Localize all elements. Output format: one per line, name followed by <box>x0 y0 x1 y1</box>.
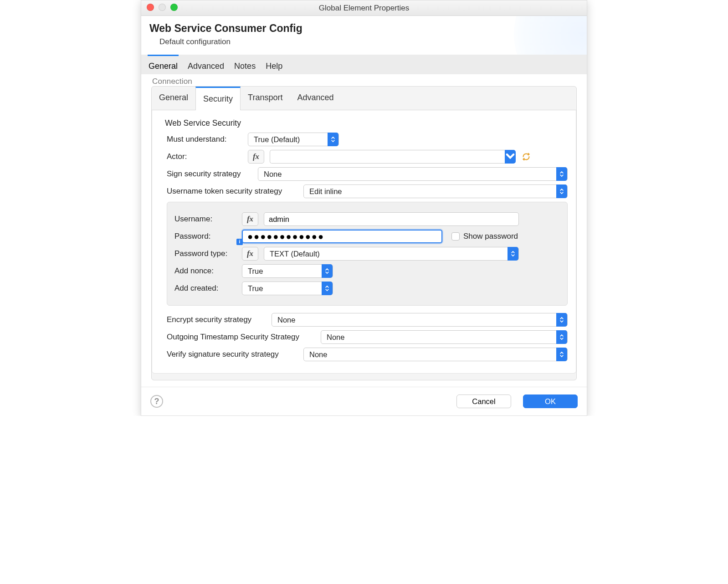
encrypt-strategy-select[interactable]: None <box>272 313 568 327</box>
subtab-general[interactable]: General <box>152 87 195 110</box>
verify-sig-row: Verify signature security strategy None <box>167 348 568 361</box>
verify-sig-select[interactable]: None <box>303 348 568 361</box>
section-title: Web Service Security <box>165 118 568 128</box>
cancel-button[interactable]: Cancel <box>456 394 511 408</box>
subtab-advanced[interactable]: Advanced <box>290 87 341 110</box>
add-nonce-row: Add nonce: True <box>174 264 560 278</box>
out-timestamp-row: Outgoing Timestamp Security Strategy Non… <box>167 330 568 344</box>
tab-notes[interactable]: Notes <box>233 55 256 76</box>
connection-group-label: Connection <box>148 74 580 84</box>
ut-strategy-value: Edit inline <box>309 187 342 196</box>
subtab-security[interactable]: Security <box>195 87 241 110</box>
add-created-label: Add created: <box>174 284 242 293</box>
page-subtitle: Default configuration <box>159 37 579 46</box>
minimize-window-button[interactable] <box>159 4 166 11</box>
must-understand-value: True (Default) <box>254 135 300 144</box>
chevron-updown-icon <box>508 247 518 261</box>
dialog-header: Web Service Consumer Config Default conf… <box>141 16 587 55</box>
sign-strategy-select[interactable]: None <box>258 167 568 181</box>
actor-label: Actor: <box>167 152 248 161</box>
chevron-updown-icon <box>322 264 333 278</box>
fx-button[interactable]: fx <box>242 212 258 226</box>
body: Connection General Security Transport Ad… <box>141 74 587 387</box>
encrypt-strategy-label: Encrypt security strategy <box>167 315 272 324</box>
chevron-updown-icon <box>556 167 567 181</box>
sign-strategy-row: Sign security strategy None <box>167 167 568 181</box>
ok-button[interactable]: OK <box>523 394 578 408</box>
encrypt-strategy-value: None <box>277 316 295 324</box>
ut-strategy-select[interactable]: Edit inline <box>303 184 568 198</box>
connection-panel: General Security Transport Advanced Web … <box>151 86 577 380</box>
verify-sig-label: Verify signature security strategy <box>167 350 303 359</box>
help-button[interactable]: ? <box>150 395 163 408</box>
username-row: Username: fx <box>174 212 560 226</box>
out-timestamp-label: Outgoing Timestamp Security Strategy <box>167 333 321 342</box>
close-window-button[interactable] <box>147 4 154 11</box>
password-type-select[interactable]: TEXT (Default) <box>264 247 519 261</box>
question-icon: ? <box>150 395 163 408</box>
actor-row: Actor: fx <box>167 150 568 164</box>
password-type-value: TEXT (Default) <box>270 250 320 258</box>
username-token-inset: Username: fx Password: i Show password <box>167 202 568 306</box>
inner-tabs: General Security Transport Advanced <box>152 87 576 110</box>
add-created-value: True <box>248 284 263 293</box>
page-title: Web Service Consumer Config <box>149 22 579 35</box>
out-timestamp-select[interactable]: None <box>321 330 568 344</box>
refresh-icon[interactable] <box>521 152 531 162</box>
subtab-transport[interactable]: Transport <box>241 87 290 110</box>
add-nonce-label: Add nonce: <box>174 266 242 276</box>
must-understand-row: Must understand: True (Default) <box>167 133 568 146</box>
encrypt-strategy-row: Encrypt security strategy None <box>167 313 568 327</box>
sign-strategy-label: Sign security strategy <box>167 169 258 179</box>
ut-strategy-row: Username token security strategy Edit in… <box>167 184 568 198</box>
password-input[interactable] <box>242 230 442 243</box>
dialog-window: Global Element Properties Web Service Co… <box>141 0 587 416</box>
sign-strategy-value: None <box>264 170 282 179</box>
chevron-updown-icon <box>328 133 338 146</box>
add-created-row: Add created: True <box>174 282 560 295</box>
chevron-updown-icon <box>556 330 567 344</box>
add-nonce-select[interactable]: True <box>242 264 333 278</box>
security-panel: Web Service Security Must understand: Tr… <box>152 110 576 374</box>
outer-tabs: General Advanced Notes Help <box>141 55 587 76</box>
add-nonce-value: True <box>248 267 263 276</box>
dialog-footer: ? Cancel OK <box>141 387 587 415</box>
fx-button[interactable]: fx <box>242 247 258 261</box>
must-understand-select[interactable]: True (Default) <box>248 133 339 146</box>
ut-strategy-label: Username token security strategy <box>167 187 303 196</box>
titlebar: Global Element Properties <box>141 0 587 16</box>
tab-advanced[interactable]: Advanced <box>187 55 225 76</box>
actor-input[interactable] <box>270 150 505 164</box>
chevron-updown-icon <box>556 348 567 361</box>
info-badge-icon: i <box>236 239 243 245</box>
zoom-window-button[interactable] <box>170 4 178 11</box>
chevron-updown-icon <box>322 282 333 295</box>
chevron-down-icon <box>505 150 516 164</box>
show-password-label: Show password <box>463 232 518 241</box>
tab-help[interactable]: Help <box>265 55 283 76</box>
password-label: Password: <box>174 232 242 241</box>
fx-button[interactable]: fx <box>248 150 264 164</box>
tab-general[interactable]: General <box>148 55 179 76</box>
must-understand-label: Must understand: <box>167 135 248 144</box>
chevron-updown-icon <box>556 313 567 327</box>
password-type-label: Password type: <box>174 249 242 258</box>
password-row: Password: i Show password <box>174 230 560 243</box>
window-title: Global Element Properties <box>319 4 409 13</box>
chevron-updown-icon <box>556 184 567 198</box>
username-input[interactable] <box>264 212 519 226</box>
username-label: Username: <box>174 215 242 224</box>
show-password-checkbox[interactable] <box>451 232 460 241</box>
verify-sig-value: None <box>309 350 327 359</box>
out-timestamp-value: None <box>327 333 344 342</box>
password-type-row: Password type: fx TEXT (Default) <box>174 247 560 261</box>
add-created-select[interactable]: True <box>242 282 333 295</box>
window-controls <box>147 4 178 11</box>
